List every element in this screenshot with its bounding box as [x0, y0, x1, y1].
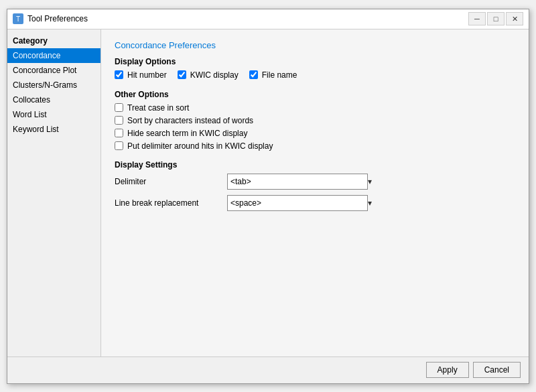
- kwic-display-row: KWIC display: [178, 70, 239, 80]
- hit-number-checkbox[interactable]: [115, 70, 123, 79]
- title-bar: T Tool Preferences ─ □ ✕: [7, 9, 529, 29]
- line-break-select[interactable]: <space> <tab> <none>: [227, 195, 368, 211]
- footer-bar: Apply Cancel: [7, 356, 529, 383]
- other-options-label: Other Options: [115, 90, 515, 99]
- hide-search-checkbox[interactable]: [115, 129, 123, 137]
- hit-number-label[interactable]: Hit number: [127, 70, 167, 80]
- sort-chars-label[interactable]: Sort by characters instead of words: [127, 116, 253, 125]
- sort-chars-checkbox[interactable]: [115, 116, 123, 125]
- line-break-label: Line break replacement: [115, 198, 222, 208]
- treat-case-label[interactable]: Treat case in sort: [127, 103, 189, 113]
- hide-search-row: Hide search term in KWIC display: [115, 129, 515, 138]
- kwic-display-label[interactable]: KWIC display: [190, 70, 239, 80]
- treat-case-checkbox[interactable]: [115, 103, 123, 112]
- main-content: Concordance Preferences Display Options …: [101, 29, 529, 356]
- sidebar-item-clusters-ngrams[interactable]: Clusters/N-Grams: [7, 78, 100, 92]
- sidebar-item-collocates[interactable]: Collocates: [7, 92, 100, 107]
- minimize-button[interactable]: ─: [468, 12, 486, 25]
- file-name-label[interactable]: File name: [262, 70, 297, 80]
- display-options-label: Display Options: [115, 57, 515, 66]
- close-button[interactable]: ✕: [506, 12, 523, 25]
- sidebar-item-concordance[interactable]: Concordance: [7, 48, 100, 63]
- sidebar-item-concordance-plot[interactable]: Concordance Plot: [7, 63, 100, 78]
- tool-preferences-window: T Tool Preferences ─ □ ✕ Category Concor…: [7, 9, 529, 384]
- delimiter-select[interactable]: <tab> <comma> <space> <none>: [227, 174, 368, 190]
- put-delimiter-label[interactable]: Put delimiter around hits in KWIC displa…: [127, 141, 273, 151]
- window-title: Tool Preferences: [27, 14, 468, 23]
- apply-button[interactable]: Apply: [426, 362, 469, 378]
- hit-number-row: Hit number: [115, 70, 167, 80]
- window-body: Category Concordance Concordance Plot Cl…: [7, 29, 529, 356]
- cancel-button[interactable]: Cancel: [473, 362, 521, 378]
- sidebar-item-word-list[interactable]: Word List: [7, 107, 100, 122]
- sidebar: Category Concordance Concordance Plot Cl…: [7, 29, 101, 356]
- kwic-display-checkbox[interactable]: [178, 70, 186, 79]
- put-delimiter-row: Put delimiter around hits in KWIC displa…: [115, 141, 515, 151]
- maximize-button[interactable]: □: [487, 12, 505, 25]
- treat-case-row: Treat case in sort: [115, 103, 515, 113]
- section-title: Concordance Preferences: [115, 40, 515, 50]
- sidebar-item-keyword-list[interactable]: Keyword List: [7, 122, 100, 137]
- put-delimiter-checkbox[interactable]: [115, 141, 123, 150]
- display-settings-grid: Delimiter <tab> <comma> <space> <none> L…: [115, 174, 515, 211]
- sort-chars-row: Sort by characters instead of words: [115, 116, 515, 125]
- file-name-row: File name: [249, 70, 297, 80]
- sidebar-category-label: Category: [7, 32, 100, 48]
- line-break-select-wrapper: <space> <tab> <none>: [227, 195, 375, 211]
- display-options-row: Hit number KWIC display File name: [115, 70, 515, 83]
- delimiter-label: Delimiter: [115, 177, 222, 186]
- app-icon: T: [13, 13, 23, 24]
- delimiter-select-wrapper: <tab> <comma> <space> <none>: [227, 174, 375, 190]
- hide-search-label[interactable]: Hide search term in KWIC display: [127, 129, 247, 138]
- window-controls: ─ □ ✕: [468, 12, 523, 25]
- file-name-checkbox[interactable]: [249, 70, 258, 79]
- display-settings-label: Display Settings: [115, 160, 515, 170]
